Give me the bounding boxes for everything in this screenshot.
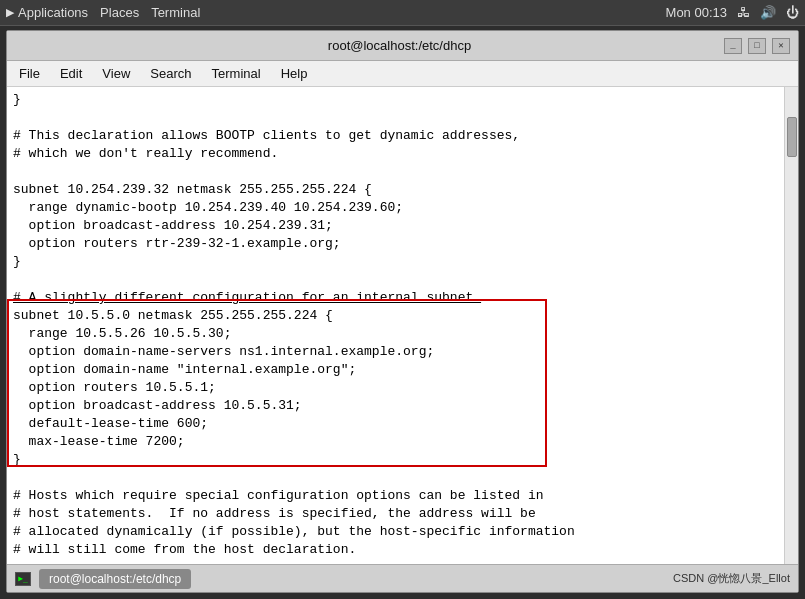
window-titlebar: root@localhost:/etc/dhcp _ □ ✕ [7, 31, 798, 61]
terminal-line [13, 109, 778, 127]
terminal-line: option domain-name "internal.example.org… [13, 361, 778, 379]
minimize-button[interactable]: _ [724, 38, 742, 54]
terminal-line: # host statements. If no address is spec… [13, 505, 778, 523]
terminal-line: option broadcast-address 10.254.239.31; [13, 217, 778, 235]
terminal-line: option broadcast-address 10.5.5.31; [13, 397, 778, 415]
terminal-menu[interactable]: Terminal [151, 5, 200, 20]
terminal-line: range dynamic-bootp 10.254.239.40 10.254… [13, 199, 778, 217]
terminal-window: root@localhost:/etc/dhcp _ □ ✕ File Edit… [6, 30, 799, 593]
terminal-line: max-lease-time 7200; [13, 433, 778, 451]
menu-file[interactable]: File [11, 64, 48, 83]
terminal-body[interactable]: } # This declaration allows BOOTP client… [7, 87, 798, 564]
menu-edit[interactable]: Edit [52, 64, 90, 83]
system-bar: ▶ Applications Places Terminal Mon 00:13… [0, 0, 805, 26]
terminal-line: option routers 10.5.5.1; [13, 379, 778, 397]
terminal-line: # A slightly different configuration for… [13, 289, 778, 307]
network-icon[interactable]: 🖧 [737, 5, 750, 20]
terminal-line: } [13, 253, 778, 271]
system-bar-right: Mon 00:13 🖧 🔊 ⏻ [666, 5, 799, 20]
places-label: Places [100, 5, 139, 20]
terminal-line: subnet 10.5.5.0 netmask 255.255.255.224 … [13, 307, 778, 325]
terminal-line [13, 469, 778, 487]
window-title: root@localhost:/etc/dhcp [75, 38, 724, 53]
status-left: ▶_ root@localhost:/etc/dhcp [15, 569, 191, 589]
terminal-line: # allocated dynamically (if possible), b… [13, 523, 778, 541]
scrollbar[interactable] [784, 87, 798, 564]
terminal-line: option domain-name-servers ns1.internal.… [13, 343, 778, 361]
maximize-button[interactable]: □ [748, 38, 766, 54]
menu-bar: File Edit View Search Terminal Help [7, 61, 798, 87]
status-tab[interactable]: root@localhost:/etc/dhcp [39, 569, 191, 589]
watermark: CSDN @恍惚八景_Ellot [673, 571, 790, 586]
clock-display: Mon 00:13 [666, 5, 727, 20]
system-bar-left: ▶ Applications Places Terminal [6, 5, 200, 20]
terminal-line [13, 271, 778, 289]
terminal-line: subnet 10.254.239.32 netmask 255.255.255… [13, 181, 778, 199]
terminal-line: option routers rtr-239-32-1.example.org; [13, 235, 778, 253]
terminal-line: # This declaration allows BOOTP clients … [13, 127, 778, 145]
scrollbar-thumb[interactable] [787, 117, 797, 157]
window-controls: _ □ ✕ [724, 38, 790, 54]
terminal-wrapper: } # This declaration allows BOOTP client… [7, 87, 798, 564]
places-menu[interactable]: Places [100, 5, 139, 20]
terminal-line: # Hosts which require special configurat… [13, 487, 778, 505]
terminal-line: } [13, 91, 778, 109]
close-button[interactable]: ✕ [772, 38, 790, 54]
terminal-icon: ▶_ [15, 572, 31, 586]
terminal-label: Terminal [151, 5, 200, 20]
status-tab-label: root@localhost:/etc/dhcp [49, 572, 181, 586]
terminal-line [13, 163, 778, 181]
terminal-line: range 10.5.5.26 10.5.5.30; [13, 325, 778, 343]
terminal-line: default-lease-time 600; [13, 415, 778, 433]
power-icon[interactable]: ⏻ [786, 5, 799, 20]
terminal-line: } [13, 451, 778, 469]
menu-terminal[interactable]: Terminal [204, 64, 269, 83]
menu-search[interactable]: Search [142, 64, 199, 83]
applications-label: Applications [18, 5, 88, 20]
applications-icon: ▶ [6, 6, 14, 19]
terminal-scroll[interactable]: } # This declaration allows BOOTP client… [7, 87, 784, 564]
terminal-line: # which we don't really recommend. [13, 145, 778, 163]
menu-help[interactable]: Help [273, 64, 316, 83]
terminal-content: } # This declaration allows BOOTP client… [7, 87, 784, 563]
volume-icon[interactable]: 🔊 [760, 5, 776, 20]
applications-menu[interactable]: ▶ Applications [6, 5, 88, 20]
menu-view[interactable]: View [94, 64, 138, 83]
status-bar: ▶_ root@localhost:/etc/dhcp CSDN @恍惚八景_E… [7, 564, 798, 592]
terminal-line: # will still come from the host declarat… [13, 541, 778, 559]
